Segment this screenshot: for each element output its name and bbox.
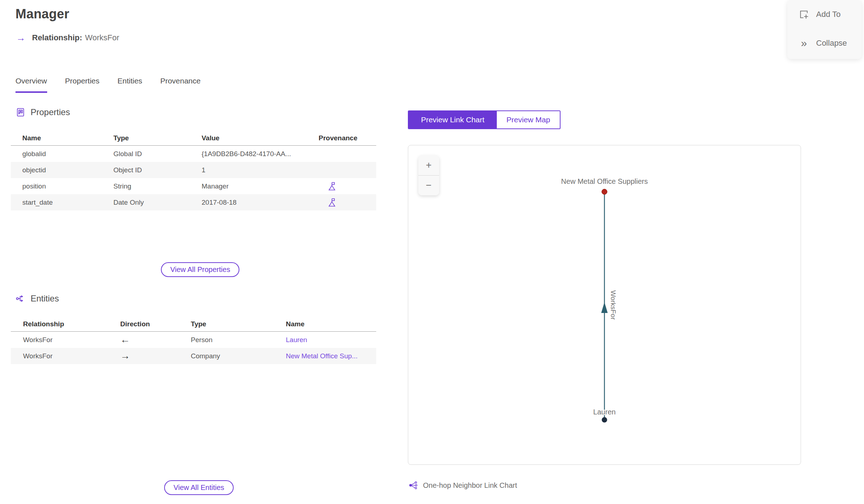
col-type: Type [191, 320, 286, 328]
one-hop-icon [409, 481, 418, 490]
preview-toggle: Preview Link Chart Preview Map [408, 110, 561, 129]
table-row: WorksFor ← Person Lauren [11, 332, 376, 348]
chart-caption: One-hop Neighbor Link Chart [409, 481, 517, 490]
table-row: position String Manager [11, 178, 376, 194]
chart-caption-label: One-hop Neighbor Link Chart [423, 481, 517, 490]
link-chart-canvas[interactable]: + − WorksFor New Metal Office Suppliers … [408, 145, 801, 465]
collapse-icon: » [798, 38, 810, 49]
relationship-value: WorksFor [85, 33, 119, 42]
properties-table: Name Type Value Provenance globalid Glob… [11, 131, 376, 210]
zoom-out-button[interactable]: − [418, 176, 439, 195]
collapse-label: Collapse [816, 38, 847, 48]
node-person[interactable] [602, 417, 607, 423]
table-row: objectid Object ID 1 [11, 162, 376, 178]
edge-label: WorksFor [609, 290, 617, 320]
entities-table-header: Relationship Direction Type Name [11, 317, 376, 332]
preview-link-chart-button[interactable]: Preview Link Chart [409, 111, 497, 128]
col-provenance: Provenance [319, 134, 376, 142]
preview-map-button[interactable]: Preview Map [497, 111, 560, 128]
page-title: Manager [15, 6, 69, 22]
properties-section-header: Properties [15, 107, 70, 117]
entities-table: Relationship Direction Type Name WorksFo… [11, 317, 376, 364]
tab-overview[interactable]: Overview [15, 77, 47, 93]
node-company[interactable] [602, 189, 607, 195]
col-name: Name [22, 134, 113, 142]
view-all-entities-button[interactable]: View All Entities [164, 480, 234, 495]
zoom-in-button[interactable]: + [418, 155, 439, 175]
floating-actions-panel: Add To » Collapse [787, 0, 861, 59]
col-type: Type [113, 134, 202, 142]
view-all-properties-button[interactable]: View All Properties [161, 262, 239, 277]
tab-provenance[interactable]: Provenance [160, 77, 201, 93]
col-direction: Direction [120, 320, 191, 328]
properties-section-title: Properties [31, 107, 70, 117]
direction-left-arrow: ← [120, 335, 191, 345]
relationship-arrow-icon: → [16, 33, 26, 42]
col-value: Value [202, 134, 319, 142]
table-row: WorksFor → Company New Metal Office Sup.… [11, 348, 376, 364]
relationship-label: Relationship: [32, 33, 82, 42]
tab-properties[interactable]: Properties [65, 77, 100, 93]
col-relationship: Relationship [23, 320, 120, 328]
col-name: Name [286, 320, 376, 328]
direction-right-arrow: → [120, 351, 191, 361]
entities-section-header: Entities [15, 294, 59, 304]
add-to-label: Add To [816, 10, 841, 19]
table-row: start_date Date Only 2017-08-18 [11, 194, 376, 210]
provenance-flag-icon[interactable] [327, 197, 376, 208]
add-to-button[interactable]: Add To [798, 6, 861, 23]
properties-table-header: Name Type Value Provenance [11, 131, 376, 146]
edge-arrowhead [601, 302, 608, 313]
tab-entities[interactable]: Entities [117, 77, 142, 93]
provenance-flag-icon[interactable] [327, 181, 376, 191]
relationship-subtitle: → Relationship: WorksFor [16, 33, 119, 42]
properties-icon [15, 107, 26, 117]
detail-tabs: Overview Properties Entities Provenance [15, 77, 201, 93]
entity-detail-page: Manager → Relationship: WorksFor Add To … [0, 0, 864, 504]
add-to-icon [798, 9, 810, 19]
link-chart-svg: WorksFor New Metal Office Suppliers Laur… [408, 145, 801, 464]
zoom-control: + − [418, 155, 439, 195]
table-row: globalid Global ID {1A9DB2B6-D482-4170-A… [11, 146, 376, 162]
entities-icon [15, 294, 26, 304]
node-label-top: New Metal Office Suppliers [561, 177, 648, 185]
node-label-bottom: Lauren [593, 408, 616, 416]
collapse-button[interactable]: » Collapse [798, 35, 861, 52]
entity-link[interactable]: Lauren [286, 336, 376, 344]
entities-section-title: Entities [31, 294, 59, 304]
entity-link[interactable]: New Metal Office Sup... [286, 352, 376, 360]
